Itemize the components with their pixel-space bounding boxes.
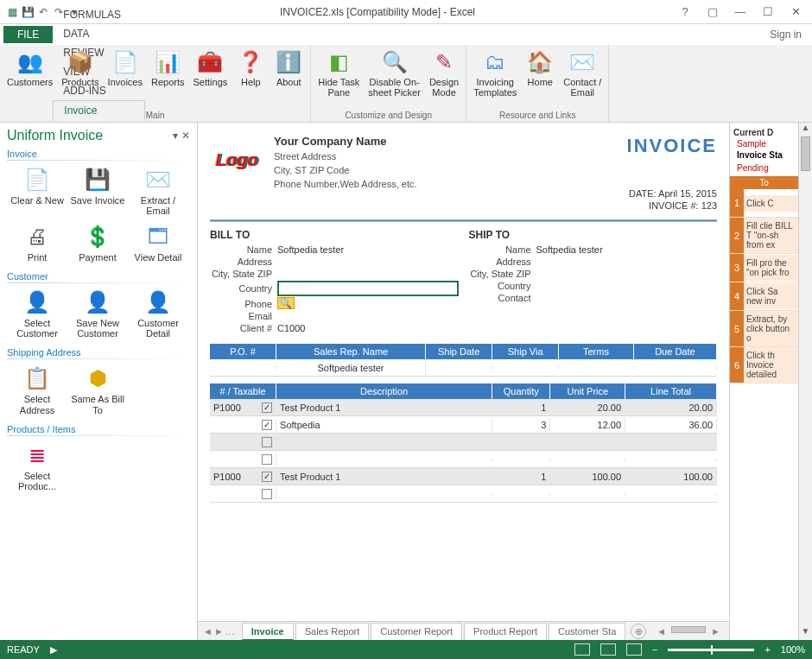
product-qty[interactable] (492, 492, 551, 496)
product-price[interactable] (550, 492, 625, 496)
ribbon-tab-data[interactable]: DATA (53, 24, 145, 43)
product-row[interactable] (210, 485, 717, 503)
sheet-nav-ellipsis-icon[interactable]: … (225, 626, 235, 637)
select-customer-button[interactable]: 👤SelectCustomer (7, 285, 67, 342)
taxable-checkbox[interactable] (262, 437, 272, 447)
about-button[interactable]: ℹ️About (270, 47, 307, 111)
sheet-nav-prev-icon[interactable]: ◄ (203, 626, 213, 637)
ribbon-options-button[interactable]: ▢ (701, 5, 724, 18)
products-button[interactable]: 📦Products (58, 47, 102, 111)
zoom-out-button[interactable]: − (652, 644, 657, 655)
product-desc[interactable] (276, 458, 492, 461)
product-total[interactable]: 36.00 (625, 418, 717, 432)
product-qty[interactable]: 1 (492, 401, 551, 415)
file-tab[interactable]: FILE (3, 26, 53, 43)
product-qty[interactable] (492, 440, 551, 444)
product-total[interactable]: 20.00 (625, 401, 717, 415)
scroll-down-icon[interactable]: ▼ (799, 626, 812, 640)
sheet-tab-sales-report[interactable]: Sales Report (295, 623, 370, 640)
ship-name-value[interactable]: Softpedia tester (536, 244, 718, 255)
select-product-button[interactable]: ≣SelectProduc... (7, 438, 67, 495)
normal-view-button[interactable] (574, 643, 590, 656)
page-layout-view-button[interactable] (600, 643, 616, 656)
new-sheet-button[interactable]: ⊕ (631, 624, 646, 639)
product-qty[interactable] (492, 458, 551, 461)
product-row[interactable] (210, 451, 717, 468)
extract-email-button[interactable]: ✉️Extract /Email (128, 162, 188, 219)
product-total[interactable] (625, 440, 717, 444)
bill-client-value[interactable]: C1000 (277, 323, 459, 333)
sheet-tab-product-report[interactable]: Product Report (464, 623, 547, 640)
order-po[interactable] (210, 366, 276, 370)
save-new-customer-button[interactable]: 👤Save NewCustomer (67, 285, 128, 342)
order-terms[interactable] (559, 366, 634, 370)
help-button[interactable]: ❓Help (232, 47, 269, 111)
undo-icon[interactable]: ↶ (36, 5, 50, 19)
save-invoice-button[interactable]: 💾Save Invoice (67, 162, 128, 219)
product-desc[interactable] (276, 440, 492, 444)
save-icon[interactable]: 💾 (21, 5, 35, 19)
product-qty[interactable]: 3 (492, 418, 551, 432)
product-desc[interactable]: Test Product 1 (276, 401, 492, 415)
sign-in-link[interactable]: Sign in (770, 29, 812, 41)
sheet-tab-customer-sta[interactable]: Customer Sta (549, 623, 625, 640)
hscroll-thumb[interactable] (671, 626, 706, 633)
ribbon-tab-formulas[interactable]: FORMULAS (53, 5, 145, 24)
payment-button[interactable]: 💲Payment (67, 219, 128, 266)
order-shipdate[interactable] (426, 366, 492, 370)
phone-picker-icon[interactable]: 🔍 (277, 297, 295, 309)
scroll-thumb[interactable] (801, 136, 810, 171)
settings-button[interactable]: 🧰Settings (190, 47, 232, 111)
select-address-button[interactable]: 📋SelectAddress (7, 361, 67, 418)
zoom-slider[interactable] (668, 649, 754, 651)
product-row[interactable] (210, 434, 717, 451)
sheet-nav-next-icon[interactable]: ► (214, 626, 224, 637)
customers-button[interactable]: 👥Customers (3, 47, 56, 111)
hide-task-pane-button[interactable]: ◧Hide TaskPane (314, 47, 363, 111)
order-shipvia[interactable] (492, 366, 559, 370)
disable-picker-button[interactable]: 🔍Disable On-sheet Picker (365, 47, 424, 111)
taxable-checkbox[interactable]: ✓ (262, 420, 272, 430)
design-mode-button[interactable]: ✎DesignMode (426, 47, 462, 111)
product-desc[interactable] (276, 492, 492, 496)
product-row[interactable]: P1000✓Test Product 11100.00100.00 (210, 468, 717, 485)
reports-button[interactable]: 📊Reports (148, 47, 188, 111)
hscroll-right-icon[interactable]: ► (711, 626, 720, 637)
task-pane-close-icon[interactable]: ✕ (181, 130, 190, 142)
order-rep[interactable]: Softpedia tester (276, 361, 426, 375)
task-pane-dropdown-icon[interactable]: ▾ (173, 130, 178, 142)
product-price[interactable]: 100.00 (550, 470, 625, 484)
view-detail-button[interactable]: 🗔View Detail (128, 219, 188, 266)
hscroll-left-icon[interactable]: ◄ (657, 626, 666, 637)
page-break-view-button[interactable] (626, 643, 642, 656)
product-total[interactable] (625, 492, 717, 496)
home-link-button[interactable]: 🏠Home (522, 47, 558, 111)
customer-detail-button[interactable]: 👤CustomerDetail (128, 285, 188, 342)
invoicing-templates-button[interactable]: 🗂InvoicingTemplates (470, 47, 520, 111)
print-button[interactable]: 🖨Print (7, 219, 67, 266)
taxable-checkbox[interactable]: ✓ (262, 472, 272, 482)
product-price[interactable] (550, 458, 625, 461)
minimize-button[interactable]: — (729, 5, 752, 18)
sheet-tab-customer-report[interactable]: Customer Report (371, 623, 462, 640)
scroll-up-icon[interactable]: ▲ (799, 123, 812, 136)
taxable-checkbox[interactable] (262, 454, 272, 465)
product-total[interactable]: 100.00 (625, 470, 717, 484)
product-row[interactable]: ✓Softpedia312.0036.00 (210, 416, 717, 434)
clear-new-button[interactable]: 📄Clear & New (7, 162, 67, 219)
order-data-row[interactable]: Softpedia tester (210, 359, 717, 377)
product-total[interactable] (625, 458, 717, 461)
product-desc[interactable]: Test Product 1 (276, 470, 492, 484)
bill-name-value[interactable]: Softpedia tester (277, 244, 459, 255)
product-price[interactable]: 20.00 (550, 401, 625, 415)
help-button[interactable]: ? (674, 5, 696, 18)
contact-email-button[interactable]: ✉️Contact /Email (560, 47, 605, 111)
invoices-button[interactable]: 📄Invoices (105, 47, 146, 111)
product-qty[interactable]: 1 (492, 470, 551, 484)
product-price[interactable] (550, 440, 625, 444)
product-desc[interactable]: Softpedia (276, 418, 492, 432)
worksheet[interactable]: Logo Your Company Name Street Address Ci… (198, 123, 729, 640)
sheet-tab-invoice[interactable]: Invoice (242, 623, 294, 640)
maximize-button[interactable]: ☐ (757, 5, 779, 18)
zoom-value[interactable]: 100% (781, 644, 805, 655)
